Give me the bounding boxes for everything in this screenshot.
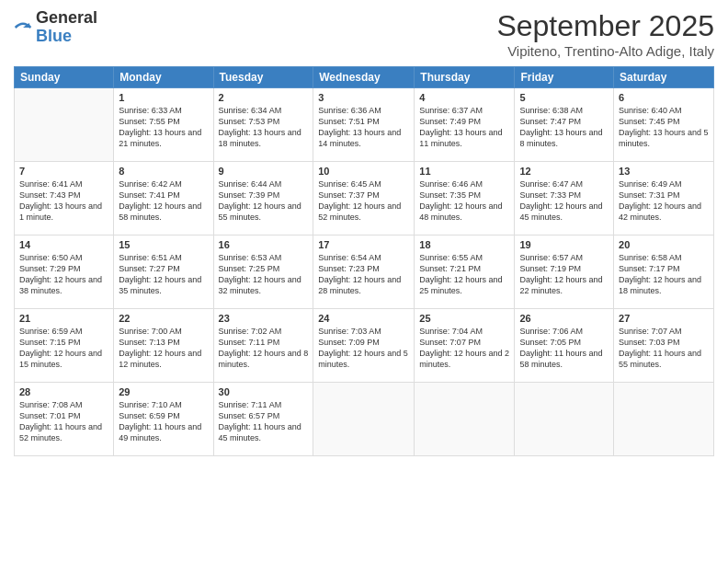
day-number: 4 [419,92,509,103]
location-title: Vipiteno, Trentino-Alto Adige, Italy [496,43,714,59]
day-info: Sunrise: 6:36 AM Sunset: 7:51 PM Dayligh… [318,105,409,150]
day-number: 22 [119,313,208,324]
calendar-cell: 4Sunrise: 6:37 AM Sunset: 7:49 PM Daylig… [415,88,515,162]
day-number: 19 [519,239,609,250]
calendar-cell [415,383,515,456]
day-info: Sunrise: 7:06 AM Sunset: 7:05 PM Dayligh… [519,326,609,371]
calendar-cell [313,383,415,456]
calendar-cell: 26Sunrise: 7:06 AM Sunset: 7:05 PM Dayli… [515,309,614,383]
calendar-cell: 27Sunrise: 7:07 AM Sunset: 7:03 PM Dayli… [614,309,714,383]
day-info: Sunrise: 6:58 AM Sunset: 7:17 PM Dayligh… [619,252,709,297]
day-info: Sunrise: 6:38 AM Sunset: 7:47 PM Dayligh… [519,105,609,150]
day-number: 28 [19,386,108,397]
day-info: Sunrise: 7:03 AM Sunset: 7:09 PM Dayligh… [318,326,409,371]
calendar-cell: 13Sunrise: 6:49 AM Sunset: 7:31 PM Dayli… [614,162,714,236]
day-number: 5 [519,92,609,103]
day-info: Sunrise: 7:11 AM Sunset: 6:57 PM Dayligh… [219,399,309,444]
calendar-cell: 6Sunrise: 6:40 AM Sunset: 7:45 PM Daylig… [614,88,714,162]
calendar-cell: 17Sunrise: 6:54 AM Sunset: 7:23 PM Dayli… [313,236,415,309]
day-info: Sunrise: 6:42 AM Sunset: 7:41 PM Dayligh… [119,178,208,224]
day-number: 25 [419,313,509,324]
calendar-cell: 10Sunrise: 6:45 AM Sunset: 7:37 PM Dayli… [313,162,415,236]
day-number: 26 [519,313,609,324]
calendar-cell: 19Sunrise: 6:57 AM Sunset: 7:19 PM Dayli… [515,236,614,309]
calendar-cell: 2Sunrise: 6:34 AM Sunset: 7:53 PM Daylig… [213,88,313,162]
calendar-week-row: 21Sunrise: 6:59 AM Sunset: 7:15 PM Dayli… [15,309,714,383]
day-info: Sunrise: 6:37 AM Sunset: 7:49 PM Dayligh… [419,105,509,150]
calendar-cell: 24Sunrise: 7:03 AM Sunset: 7:09 PM Dayli… [313,309,415,383]
day-number: 30 [219,386,309,397]
weekday-header: Sunday [15,67,114,88]
day-number: 13 [619,166,709,177]
logo-general-text: General [36,9,97,28]
day-info: Sunrise: 7:07 AM Sunset: 7:03 PM Dayligh… [619,326,709,371]
calendar-cell: 18Sunrise: 6:55 AM Sunset: 7:21 PM Dayli… [415,236,515,309]
title-block: September 2025 Vipiteno, Trentino-Alto A… [496,9,714,59]
day-number: 17 [318,239,409,250]
day-info: Sunrise: 6:45 AM Sunset: 7:37 PM Dayligh… [318,178,409,224]
day-info: Sunrise: 6:41 AM Sunset: 7:43 PM Dayligh… [19,178,108,224]
calendar-cell [15,88,114,162]
day-info: Sunrise: 6:55 AM Sunset: 7:21 PM Dayligh… [419,252,509,297]
calendar-cell: 8Sunrise: 6:42 AM Sunset: 7:41 PM Daylig… [114,162,213,236]
calendar-cell: 14Sunrise: 6:50 AM Sunset: 7:29 PM Dayli… [15,236,114,309]
day-info: Sunrise: 6:46 AM Sunset: 7:35 PM Dayligh… [419,178,509,224]
day-number: 16 [219,239,309,250]
logo-icon [14,18,32,37]
day-number: 3 [318,92,409,103]
day-info: Sunrise: 6:51 AM Sunset: 7:27 PM Dayligh… [119,252,208,297]
day-number: 18 [419,239,509,250]
day-info: Sunrise: 6:59 AM Sunset: 7:15 PM Dayligh… [19,326,108,371]
logo-text: General Blue [36,9,97,46]
day-info: Sunrise: 6:53 AM Sunset: 7:25 PM Dayligh… [219,252,309,297]
day-info: Sunrise: 6:33 AM Sunset: 7:55 PM Dayligh… [119,105,208,150]
calendar-week-row: 1Sunrise: 6:33 AM Sunset: 7:55 PM Daylig… [15,88,714,162]
day-number: 12 [519,166,609,177]
day-number: 11 [419,166,509,177]
calendar-cell: 11Sunrise: 6:46 AM Sunset: 7:35 PM Dayli… [415,162,515,236]
day-number: 6 [619,92,709,103]
day-info: Sunrise: 6:47 AM Sunset: 7:33 PM Dayligh… [519,178,609,224]
day-number: 9 [219,166,309,177]
day-number: 8 [119,166,208,177]
weekday-header: Thursday [415,67,515,88]
calendar-week-row: 14Sunrise: 6:50 AM Sunset: 7:29 PM Dayli… [15,236,714,309]
day-number: 21 [19,313,108,324]
weekday-header: Monday [114,67,213,88]
day-info: Sunrise: 7:08 AM Sunset: 7:01 PM Dayligh… [19,399,108,444]
calendar-cell: 9Sunrise: 6:44 AM Sunset: 7:39 PM Daylig… [213,162,313,236]
day-info: Sunrise: 6:34 AM Sunset: 7:53 PM Dayligh… [219,105,309,150]
day-number: 29 [119,386,208,397]
calendar-week-row: 28Sunrise: 7:08 AM Sunset: 7:01 PM Dayli… [15,383,714,456]
day-number: 7 [19,166,108,177]
calendar-cell: 5Sunrise: 6:38 AM Sunset: 7:47 PM Daylig… [515,88,614,162]
day-number: 1 [119,92,208,103]
day-info: Sunrise: 7:00 AM Sunset: 7:13 PM Dayligh… [119,326,208,371]
day-info: Sunrise: 7:10 AM Sunset: 6:59 PM Dayligh… [119,399,208,444]
calendar-cell: 12Sunrise: 6:47 AM Sunset: 7:33 PM Dayli… [515,162,614,236]
day-number: 2 [219,92,309,103]
month-title: September 2025 [496,9,714,43]
calendar-cell: 21Sunrise: 6:59 AM Sunset: 7:15 PM Dayli… [15,309,114,383]
calendar-cell: 7Sunrise: 6:41 AM Sunset: 7:43 PM Daylig… [15,162,114,236]
calendar-cell: 16Sunrise: 6:53 AM Sunset: 7:25 PM Dayli… [213,236,313,309]
calendar-cell: 1Sunrise: 6:33 AM Sunset: 7:55 PM Daylig… [114,88,213,162]
header: General Blue September 2025 Vipiteno, Tr… [14,9,714,59]
day-info: Sunrise: 6:40 AM Sunset: 7:45 PM Dayligh… [619,105,709,150]
day-info: Sunrise: 6:54 AM Sunset: 7:23 PM Dayligh… [318,252,409,297]
calendar-cell: 15Sunrise: 6:51 AM Sunset: 7:27 PM Dayli… [114,236,213,309]
calendar-cell: 28Sunrise: 7:08 AM Sunset: 7:01 PM Dayli… [15,383,114,456]
day-number: 23 [219,313,309,324]
weekday-header: Tuesday [213,67,313,88]
weekday-header: Friday [515,67,614,88]
weekday-header: Saturday [614,67,714,88]
day-info: Sunrise: 7:02 AM Sunset: 7:11 PM Dayligh… [219,326,309,371]
calendar-cell: 29Sunrise: 7:10 AM Sunset: 6:59 PM Dayli… [114,383,213,456]
page: General Blue September 2025 Vipiteno, Tr… [0,0,728,563]
logo-blue-text: Blue [36,28,97,46]
calendar-table: SundayMondayTuesdayWednesdayThursdayFrid… [14,66,714,456]
calendar-cell: 20Sunrise: 6:58 AM Sunset: 7:17 PM Dayli… [614,236,714,309]
calendar-cell: 23Sunrise: 7:02 AM Sunset: 7:11 PM Dayli… [213,309,313,383]
logo: General Blue [14,9,97,46]
calendar-cell [614,383,714,456]
